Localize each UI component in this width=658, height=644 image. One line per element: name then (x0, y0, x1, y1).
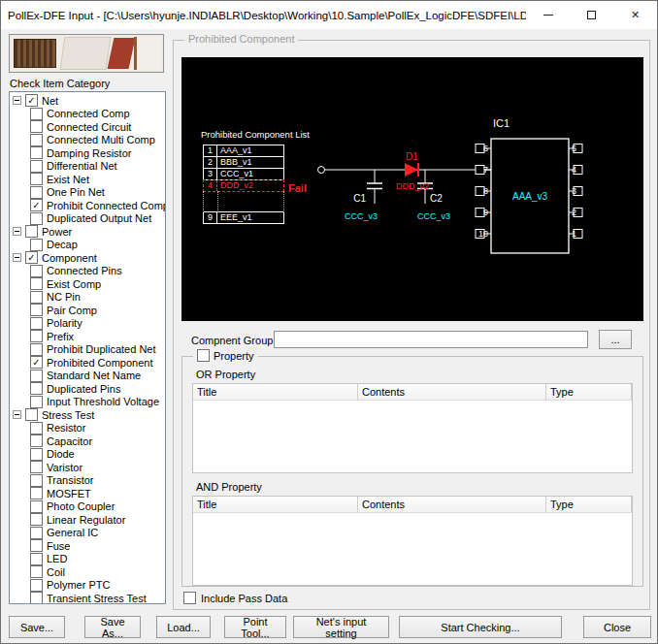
tree-item-checkbox[interactable] (30, 565, 43, 578)
component-group-input[interactable] (274, 331, 588, 348)
tree-item[interactable]: Duplicated Output Net (10, 212, 165, 226)
tree-item-checkbox[interactable] (30, 134, 43, 146)
collapse-icon[interactable] (13, 96, 21, 105)
tree-item-checkbox[interactable] (30, 448, 43, 461)
column-header-type[interactable]: Type (546, 497, 632, 513)
load-button[interactable]: Load... (156, 616, 211, 638)
tree-item-checkbox[interactable] (30, 120, 43, 133)
nets-input-setting-button[interactable]: Net's input setting (293, 616, 389, 638)
check-item-tree[interactable]: ✓NetConnected CompConnected CircuitConne… (9, 91, 166, 604)
tree-item-checkbox[interactable] (30, 500, 43, 513)
tree-item[interactable]: Standard Net Name (10, 370, 165, 383)
tree-item[interactable]: Transient Stress Test (10, 592, 165, 604)
column-header-contents[interactable]: Contents (358, 497, 546, 513)
point-tool-button[interactable]: Point Tool... (224, 616, 286, 638)
save-as-button[interactable]: Save As... (84, 616, 141, 638)
tree-item-checkbox[interactable] (30, 265, 43, 277)
tree-item-checkbox[interactable] (30, 435, 43, 447)
tree-item[interactable]: Stress Test (10, 408, 165, 422)
tree-item-checkbox[interactable]: ✓ (30, 356, 43, 369)
tree-item-checkbox[interactable]: ✓ (25, 94, 38, 107)
tree-item-checkbox[interactable] (30, 173, 43, 185)
tree-item[interactable]: Fuse (10, 539, 165, 553)
tree-item[interactable]: One Pin Net (10, 186, 165, 200)
tree-item[interactable]: Linear Regulator (10, 513, 165, 527)
start-checking-button[interactable]: Start Checking... (399, 616, 562, 638)
tree-item[interactable]: Prohibit Duplicated Net (10, 343, 165, 357)
tree-item-checkbox[interactable] (30, 579, 43, 592)
tree-item-checkbox[interactable] (30, 592, 43, 604)
column-header-title[interactable]: Title (193, 384, 358, 401)
tree-item[interactable]: Input Threshold Voltage (10, 396, 165, 409)
tree-item-checkbox[interactable] (30, 277, 43, 290)
or-property-body[interactable] (193, 401, 632, 472)
tree-item[interactable]: Diode (10, 448, 165, 462)
browse-button[interactable]: ... (599, 330, 632, 349)
tree-item[interactable]: Connected Pins (10, 265, 165, 278)
tree-item-checkbox[interactable] (30, 186, 43, 199)
tree-item[interactable]: Connected Circuit (10, 120, 165, 134)
minimize-button[interactable] (526, 1, 570, 29)
tree-item[interactable]: Connected Multi Comp (10, 134, 165, 147)
tree-item[interactable]: General IC (10, 527, 165, 540)
tree-item[interactable]: Connected Comp (10, 108, 165, 121)
tree-item-checkbox[interactable] (30, 108, 43, 120)
tree-item-checkbox[interactable] (30, 330, 43, 342)
tree-item[interactable]: Prefix (10, 330, 165, 343)
tree-item[interactable]: Capacitor (10, 435, 165, 448)
tree-item[interactable]: Exist Comp (10, 277, 165, 291)
tree-item[interactable]: Duplicated Pins (10, 382, 165, 396)
tree-item[interactable]: Polarity (10, 317, 165, 331)
include-pass-data-checkbox[interactable] (183, 592, 196, 604)
column-header-title[interactable]: Title (193, 497, 358, 513)
tree-item[interactable]: MOSFET (10, 487, 165, 500)
tree-item-checkbox[interactable] (30, 527, 43, 539)
maximize-button[interactable] (570, 1, 613, 29)
tree-item-checkbox[interactable] (25, 225, 38, 238)
tree-item[interactable]: Differential Net (10, 160, 165, 174)
tree-item[interactable]: Exist Net (10, 173, 165, 186)
tree-item-checkbox[interactable] (30, 343, 43, 356)
column-header-contents[interactable]: Contents (358, 384, 546, 401)
tree-item[interactable]: LED (10, 553, 165, 566)
tree-item-checkbox[interactable] (30, 461, 43, 473)
close-button[interactable]: ✕ (613, 1, 657, 29)
tree-item[interactable]: Polymer PTC (10, 579, 165, 593)
tree-item[interactable]: ✓Component (10, 251, 165, 265)
tree-item[interactable]: ✓Net (10, 94, 165, 108)
tree-item[interactable]: Decap (10, 239, 165, 252)
tree-item-checkbox[interactable] (30, 474, 43, 487)
collapse-icon[interactable] (13, 253, 21, 262)
collapse-icon[interactable] (13, 227, 21, 236)
column-header-type[interactable]: Type (546, 384, 632, 401)
tree-item[interactable]: Damping Resistor (10, 146, 165, 160)
tree-item-checkbox[interactable] (30, 539, 43, 552)
tree-item-checkbox[interactable] (30, 370, 43, 382)
tree-item-checkbox[interactable] (30, 160, 43, 173)
tree-item-checkbox[interactable] (30, 239, 43, 251)
tree-item[interactable]: ✓Prohibited Component (10, 356, 165, 370)
tree-item[interactable]: Photo Coupler (10, 500, 165, 514)
tree-item-checkbox[interactable]: ✓ (30, 199, 43, 211)
tree-item[interactable]: Transistor (10, 474, 165, 488)
and-property-body[interactable] (193, 513, 632, 585)
tree-item-checkbox[interactable] (30, 396, 43, 408)
tree-item-checkbox[interactable] (30, 487, 43, 499)
tree-item[interactable]: Pair Comp (10, 304, 165, 317)
tree-item-checkbox[interactable] (30, 553, 43, 565)
collapse-icon[interactable] (13, 410, 21, 419)
property-checkbox[interactable] (197, 349, 210, 362)
tree-item-checkbox[interactable] (30, 146, 43, 159)
tree-item-checkbox[interactable] (30, 513, 43, 526)
tree-item[interactable]: Coil (10, 565, 165, 579)
tree-item-checkbox[interactable] (30, 212, 43, 225)
tree-item[interactable]: NC Pin (10, 291, 165, 305)
tree-item[interactable]: Varistor (10, 461, 165, 474)
tree-item-checkbox[interactable]: ✓ (25, 251, 38, 264)
tree-item-checkbox[interactable] (30, 382, 43, 395)
tree-item-checkbox[interactable] (30, 304, 43, 316)
tree-item-checkbox[interactable] (30, 291, 43, 304)
close-dialog-button[interactable]: Close (583, 616, 651, 638)
save-button[interactable]: Save... (9, 616, 65, 638)
tree-item-checkbox[interactable] (30, 317, 43, 330)
